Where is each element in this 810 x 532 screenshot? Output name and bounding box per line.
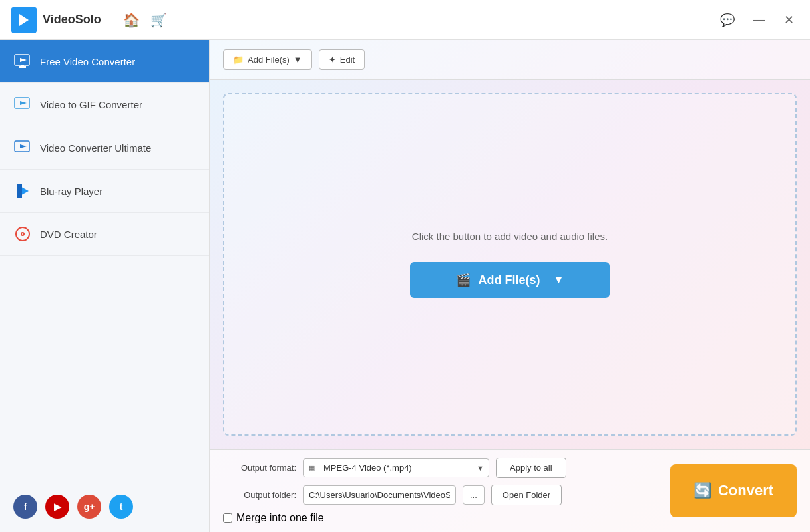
- sidebar-item-free-video-converter[interactable]: Free Video Converter: [0, 40, 209, 83]
- sidebar-label-video-to-gif: Video to GIF Converter: [40, 99, 142, 110]
- logo-icon: [11, 7, 37, 33]
- close-button[interactable]: ✕: [779, 10, 799, 30]
- merge-checkbox[interactable]: [223, 513, 232, 523]
- add-files-button[interactable]: 📁 Add File(s) ▼: [223, 49, 312, 70]
- video-converter-ultimate-icon: [13, 138, 32, 157]
- sidebar-item-video-to-gif[interactable]: Video to GIF Converter: [0, 83, 209, 126]
- youtube-button[interactable]: ▶: [45, 495, 69, 519]
- add-files-icon: 📁: [233, 55, 244, 65]
- sidebar-label-blu-ray-player: Blu-ray Player: [40, 186, 102, 197]
- svg-marker-10: [17, 184, 22, 198]
- sidebar: Free Video Converter Video to GIF Conver…: [0, 40, 210, 532]
- drop-zone[interactable]: Click the button to add video and audio …: [223, 93, 797, 436]
- feedback-button[interactable]: 💬: [715, 10, 740, 30]
- blu-ray-player-icon: [13, 182, 32, 200]
- edit-icon: ✦: [329, 55, 336, 65]
- svg-marker-2: [20, 58, 27, 62]
- svg-rect-4: [21, 65, 24, 66]
- add-files-label: Add File(s): [248, 55, 290, 65]
- video-to-gif-icon: [13, 95, 32, 114]
- add-files-main-label: Add File(s): [479, 273, 540, 287]
- apply-to-all-button[interactable]: Apply to all: [496, 458, 566, 478]
- main-layout: Free Video Converter Video to GIF Conver…: [0, 40, 810, 532]
- output-folder-label: Output folder:: [223, 490, 296, 500]
- svg-rect-3: [19, 66, 26, 68]
- output-folder-row: Output folder: ... Open Folder: [223, 485, 657, 505]
- svg-point-13: [22, 233, 23, 235]
- convert-button[interactable]: 🔄 Convert: [670, 464, 797, 517]
- toolbar: 📁 Add File(s) ▼ ✦ Edit: [210, 40, 810, 80]
- add-files-dropdown-arrow: ▼: [294, 55, 302, 65]
- open-folder-button[interactable]: Open Folder: [491, 485, 562, 505]
- output-format-label: Output format:: [223, 463, 296, 473]
- dvd-creator-icon: [13, 225, 32, 243]
- film-strip-icon: 🎬: [456, 273, 471, 287]
- merge-label: Merge into one file: [236, 512, 324, 524]
- svg-marker-6: [20, 101, 27, 105]
- minimize-button[interactable]: —: [748, 10, 771, 29]
- social-links: f ▶ g+ t: [0, 481, 209, 532]
- format-select-wrap: ▦ MPEG-4 Video (*.mp4) AVI Video (*.avi)…: [303, 458, 489, 477]
- output-format-row: Output format: ▦ MPEG-4 Video (*.mp4) AV…: [223, 458, 657, 478]
- sidebar-item-blu-ray-player[interactable]: Blu-ray Player: [0, 170, 209, 213]
- convert-label: Convert: [718, 482, 773, 499]
- facebook-button[interactable]: f: [13, 495, 37, 519]
- app-logo: VideoSolo: [11, 7, 101, 33]
- google-plus-button[interactable]: g+: [77, 495, 101, 519]
- drop-zone-prompt: Click the button to add video and audio …: [412, 231, 608, 242]
- edit-button[interactable]: ✦ Edit: [319, 49, 365, 70]
- add-files-main-arrow: ▼: [554, 274, 564, 286]
- twitter-button[interactable]: t: [109, 495, 133, 519]
- format-select[interactable]: MPEG-4 Video (*.mp4) AVI Video (*.avi) M…: [303, 458, 489, 477]
- edit-label: Edit: [340, 55, 355, 65]
- sidebar-label-video-converter-ultimate: Video Converter Ultimate: [40, 142, 151, 154]
- title-nav: 🏠 🛒: [123, 12, 167, 28]
- content-area: 📁 Add File(s) ▼ ✦ Edit Click the button …: [210, 40, 810, 532]
- format-icon: ▦: [308, 464, 315, 472]
- svg-marker-0: [19, 14, 29, 26]
- title-bar: VideoSolo 🏠 🛒 💬 — ✕: [0, 0, 810, 40]
- cart-icon[interactable]: 🛒: [150, 12, 167, 28]
- app-name: VideoSolo: [43, 13, 101, 27]
- output-folder-input[interactable]: [303, 485, 456, 505]
- bottom-bar: Output format: ▦ MPEG-4 Video (*.mp4) AV…: [210, 449, 810, 532]
- sidebar-label-free-video-converter: Free Video Converter: [40, 56, 135, 67]
- sidebar-item-dvd-creator[interactable]: DVD Creator: [0, 213, 209, 256]
- convert-icon: 🔄: [694, 482, 711, 499]
- home-icon[interactable]: 🏠: [123, 12, 140, 28]
- title-divider: [112, 10, 112, 30]
- svg-marker-8: [20, 144, 27, 148]
- window-controls: 💬 — ✕: [715, 10, 799, 30]
- sidebar-label-dvd-creator: DVD Creator: [40, 229, 97, 240]
- sidebar-items: Free Video Converter Video to GIF Conver…: [0, 40, 209, 256]
- browse-folder-button[interactable]: ...: [463, 485, 485, 505]
- add-files-main-button[interactable]: 🎬 Add File(s) ▼: [410, 262, 610, 298]
- merge-row: Merge into one file: [223, 512, 657, 524]
- sidebar-item-video-converter-ultimate[interactable]: Video Converter Ultimate: [0, 126, 209, 170]
- output-options: Output format: ▦ MPEG-4 Video (*.mp4) AV…: [223, 458, 657, 524]
- free-video-converter-icon: [13, 52, 32, 70]
